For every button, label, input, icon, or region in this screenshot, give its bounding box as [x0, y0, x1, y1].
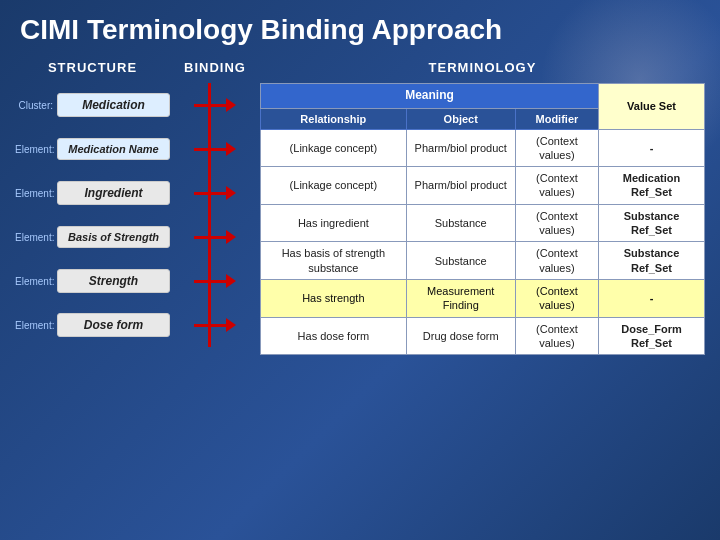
- object-cell: Drug dose form: [406, 317, 515, 355]
- arrow-icon: [194, 186, 236, 200]
- arrow-line: [194, 324, 226, 327]
- modifier-cell: (Context values): [515, 204, 598, 242]
- meaning-header: Meaning: [261, 84, 599, 109]
- structure-header: STRUCTURE: [15, 56, 170, 83]
- cluster-label: Cluster:: [15, 100, 57, 111]
- modifier-cell: (Context values): [515, 167, 598, 205]
- arrow-head: [226, 318, 236, 332]
- relationship-cell: (Linkage concept): [261, 167, 407, 205]
- relationship-cell: Has basis of strength substance: [261, 242, 407, 280]
- valueset-cell: Substance Ref_Set: [599, 204, 705, 242]
- relationship-cell: Has dose form: [261, 317, 407, 355]
- table-row: Has ingredient Substance (Context values…: [261, 204, 705, 242]
- valueset-cell: Medication Ref_Set: [599, 167, 705, 205]
- list-item: Element: Basis of Strength: [15, 215, 170, 259]
- arrow-icon: [194, 98, 236, 112]
- table-row: Has strength Measurement Finding (Contex…: [261, 279, 705, 317]
- object-cell: Substance: [406, 204, 515, 242]
- modifier-cell: (Context values): [515, 317, 598, 355]
- arrow-head: [226, 230, 236, 244]
- object-cell: Substance: [406, 242, 515, 280]
- object-cell: Pharm/biol product: [406, 129, 515, 167]
- relationship-header: Relationship: [261, 108, 407, 129]
- page-title: CIMI Terminology Binding Approach: [0, 0, 720, 56]
- arrow-line: [194, 280, 226, 283]
- arrow-head: [226, 142, 236, 156]
- valueset-cell: Dose_Form Ref_Set: [599, 317, 705, 355]
- terminology-column: TERMINOLOGY Meaning Value Set Relationsh…: [260, 56, 705, 355]
- arrow-icon: [194, 142, 236, 156]
- table-row: (Linkage concept) Pharm/biol product (Co…: [261, 167, 705, 205]
- relationship-cell: Has ingredient: [261, 204, 407, 242]
- valueset-cell: -: [599, 279, 705, 317]
- element-label-3: Element:: [15, 232, 57, 243]
- arrow-head: [226, 98, 236, 112]
- modifier-cell: (Context values): [515, 242, 598, 280]
- object-cell: Pharm/biol product: [406, 167, 515, 205]
- element-label-4: Element:: [15, 276, 57, 287]
- table-row: (Linkage concept) Pharm/biol product (Co…: [261, 129, 705, 167]
- table-row: Has basis of strength substance Substanc…: [261, 242, 705, 280]
- relationship-cell: Has strength: [261, 279, 407, 317]
- terminology-table: Meaning Value Set Relationship Object Mo…: [260, 83, 705, 355]
- binding-arrow-1: [170, 83, 260, 127]
- medication-name-box: Medication Name: [57, 138, 170, 160]
- binding-header: BINDING: [170, 56, 260, 83]
- object-cell: Measurement Finding: [406, 279, 515, 317]
- binding-arrow-3: [170, 171, 260, 215]
- list-item: Element: Medication Name: [15, 127, 170, 171]
- valueset-cell: -: [599, 129, 705, 167]
- strength-box: Strength: [57, 269, 170, 293]
- table-row: Has dose form Drug dose form (Context va…: [261, 317, 705, 355]
- modifier-cell: (Context values): [515, 129, 598, 167]
- main-content: STRUCTURE Cluster: Medication Element: M…: [0, 56, 720, 365]
- arrow-line: [194, 236, 226, 239]
- list-item: Element: Strength: [15, 259, 170, 303]
- element-label-2: Element:: [15, 188, 57, 199]
- binding-arrow-2: [170, 127, 260, 171]
- binding-arrow-6: [170, 303, 260, 347]
- object-header: Object: [406, 108, 515, 129]
- valueset-cell: Substance Ref_Set: [599, 242, 705, 280]
- arrow-head: [226, 186, 236, 200]
- arrow-icon: [194, 318, 236, 332]
- list-item: Element: Ingredient: [15, 171, 170, 215]
- medication-box: Medication: [57, 93, 170, 117]
- terminology-header: TERMINOLOGY: [260, 56, 705, 83]
- modifier-cell: (Context values): [515, 279, 598, 317]
- basis-strength-box: Basis of Strength: [57, 226, 170, 248]
- list-item: Cluster: Medication: [15, 83, 170, 127]
- arrow-head: [226, 274, 236, 288]
- structure-column: STRUCTURE Cluster: Medication Element: M…: [15, 56, 170, 355]
- binding-column: BINDING: [170, 56, 260, 355]
- binding-rows: [170, 83, 260, 347]
- arrow-icon: [194, 230, 236, 244]
- arrow-icon: [194, 274, 236, 288]
- arrow-line: [194, 148, 226, 151]
- binding-arrow-5: [170, 259, 260, 303]
- arrow-line: [194, 104, 226, 107]
- value-set-header: Value Set: [599, 84, 705, 130]
- list-item: Element: Dose form: [15, 303, 170, 347]
- relationship-cell: (Linkage concept): [261, 129, 407, 167]
- structure-rows: Cluster: Medication Element: Medication …: [15, 83, 170, 347]
- binding-arrow-4: [170, 215, 260, 259]
- dose-form-box: Dose form: [57, 313, 170, 337]
- ingredient-box: Ingredient: [57, 181, 170, 205]
- element-label: Element:: [15, 144, 57, 155]
- element-label-5: Element:: [15, 320, 57, 331]
- modifier-header: Modifier: [515, 108, 598, 129]
- arrow-line: [194, 192, 226, 195]
